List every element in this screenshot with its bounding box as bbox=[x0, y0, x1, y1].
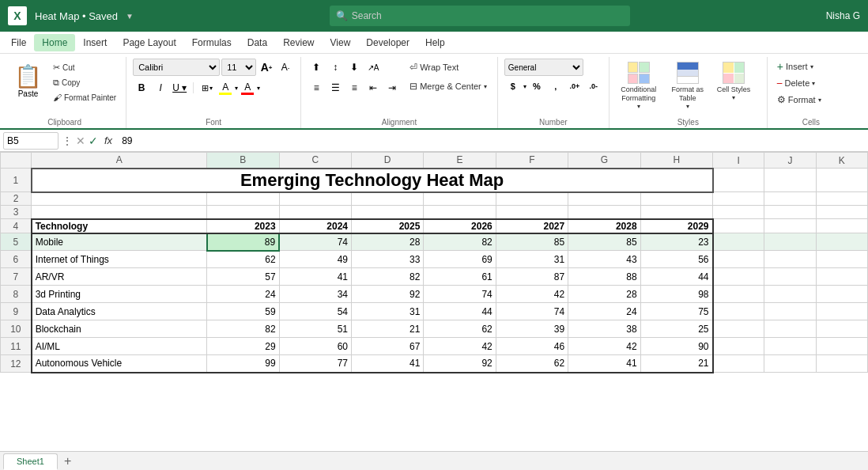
formula-cancel-icon[interactable]: ✕ bbox=[76, 135, 85, 147]
cell-D11[interactable]: 67 bbox=[351, 338, 423, 355]
cell-I8[interactable] bbox=[713, 286, 764, 303]
decrease-font-button[interactable]: A- bbox=[277, 59, 294, 76]
cell-B4[interactable]: 2023 bbox=[207, 219, 279, 233]
copy-button[interactable]: ⧉Copy bbox=[50, 75, 119, 89]
cell-D5[interactable]: 28 bbox=[351, 233, 423, 251]
cell-G9[interactable]: 24 bbox=[568, 303, 640, 320]
conditional-formatting-button[interactable]: Conditional Formatting ▾ bbox=[616, 59, 662, 113]
cell-F2[interactable] bbox=[496, 192, 568, 206]
cell-A2[interactable] bbox=[32, 192, 207, 206]
align-left-button[interactable]: ≡ bbox=[308, 79, 325, 97]
cell-I2[interactable] bbox=[713, 192, 764, 206]
cell-F8[interactable]: 42 bbox=[496, 286, 568, 303]
cell-J11[interactable] bbox=[764, 338, 816, 355]
wrap-text-button[interactable]: ⏎ Wrap Text bbox=[406, 59, 491, 76]
col-header-F[interactable]: F bbox=[496, 153, 568, 169]
font-color-button[interactable]: A bbox=[240, 81, 255, 96]
cell-D7[interactable]: 82 bbox=[351, 268, 423, 286]
cell-J9[interactable] bbox=[764, 303, 816, 320]
cell-G6[interactable]: 43 bbox=[568, 251, 640, 268]
cell-B5[interactable]: 89 bbox=[207, 233, 279, 251]
cell-K12[interactable] bbox=[816, 355, 867, 373]
cell-K4[interactable] bbox=[816, 219, 867, 233]
cell-D9[interactable]: 31 bbox=[351, 303, 423, 320]
cell-E7[interactable]: 61 bbox=[424, 268, 496, 286]
formula-input[interactable] bbox=[119, 135, 865, 146]
cell-F12[interactable]: 62 bbox=[496, 355, 568, 373]
cell-reference-box[interactable]: B5 bbox=[3, 132, 58, 150]
cell-A5[interactable]: Mobile bbox=[32, 233, 207, 251]
number-format-select[interactable]: General bbox=[504, 59, 583, 76]
cell-A4[interactable]: Technology bbox=[32, 219, 207, 233]
cell-E10[interactable]: 62 bbox=[424, 320, 496, 338]
align-right-button[interactable]: ≡ bbox=[345, 79, 363, 97]
cell-H11[interactable]: 90 bbox=[640, 338, 712, 355]
col-header-G[interactable]: G bbox=[568, 153, 640, 169]
cell-K10[interactable] bbox=[816, 320, 867, 338]
decrease-decimal-button[interactable]: .0- bbox=[585, 78, 602, 95]
cell-F11[interactable]: 46 bbox=[496, 338, 568, 355]
cell-J4[interactable] bbox=[764, 219, 816, 233]
cell-D10[interactable]: 21 bbox=[351, 320, 423, 338]
cell-A9[interactable]: Data Analytics bbox=[32, 303, 207, 320]
col-header-K[interactable]: K bbox=[816, 153, 867, 169]
menu-item-view[interactable]: View bbox=[323, 34, 359, 51]
cell-D3[interactable] bbox=[351, 206, 423, 219]
col-header-D[interactable]: D bbox=[351, 153, 423, 169]
cell-G12[interactable]: 41 bbox=[568, 355, 640, 373]
cell-I5[interactable] bbox=[713, 233, 764, 251]
cell-K9[interactable] bbox=[816, 303, 867, 320]
cell-K11[interactable] bbox=[816, 338, 867, 355]
cell-C9[interactable]: 54 bbox=[279, 303, 351, 320]
cell-D2[interactable] bbox=[351, 192, 423, 206]
cell-J6[interactable] bbox=[764, 251, 816, 268]
cell-I9[interactable] bbox=[713, 303, 764, 320]
col-header-H[interactable]: H bbox=[640, 153, 712, 169]
format-button[interactable]: ⚙ Format ▾ bbox=[774, 92, 825, 108]
cell-F3[interactable] bbox=[496, 206, 568, 219]
col-header-A[interactable]: A bbox=[32, 153, 207, 169]
insert-button[interactable]: + Insert ▾ bbox=[774, 59, 817, 74]
cell-E5[interactable]: 82 bbox=[424, 233, 496, 251]
cell-I3[interactable] bbox=[713, 206, 764, 219]
cell-F4[interactable]: 2027 bbox=[496, 219, 568, 233]
cell-E4[interactable]: 2026 bbox=[424, 219, 496, 233]
cell-H12[interactable]: 21 bbox=[640, 355, 712, 373]
sheet-tab-sheet1[interactable]: Sheet1 bbox=[3, 453, 58, 470]
cell-A3[interactable] bbox=[32, 206, 207, 219]
underline-button[interactable]: U ▾ bbox=[171, 79, 188, 97]
cell-I12[interactable] bbox=[713, 355, 764, 373]
delete-button[interactable]: – Delete ▾ bbox=[774, 75, 818, 91]
cell-C2[interactable] bbox=[279, 192, 351, 206]
cell-E6[interactable]: 69 bbox=[424, 251, 496, 268]
cell-C10[interactable]: 51 bbox=[279, 320, 351, 338]
cell-F9[interactable]: 74 bbox=[496, 303, 568, 320]
cell-G4[interactable]: 2028 bbox=[568, 219, 640, 233]
align-middle-button[interactable]: ↕ bbox=[326, 59, 344, 76]
cell-B6[interactable]: 62 bbox=[207, 251, 279, 268]
menu-item-data[interactable]: Data bbox=[240, 34, 275, 51]
percent-button[interactable]: % bbox=[528, 78, 545, 95]
menu-item-developer[interactable]: Developer bbox=[358, 34, 417, 51]
bold-button[interactable]: B bbox=[133, 79, 150, 97]
cell-B9[interactable]: 59 bbox=[207, 303, 279, 320]
cell-D4[interactable]: 2025 bbox=[351, 219, 423, 233]
cell-B2[interactable] bbox=[207, 192, 279, 206]
cell-I7[interactable] bbox=[713, 268, 764, 286]
cell-C11[interactable]: 60 bbox=[279, 338, 351, 355]
cell-E9[interactable]: 44 bbox=[424, 303, 496, 320]
format-painter-button[interactable]: 🖌Format Painter bbox=[50, 90, 119, 104]
cell-G10[interactable]: 38 bbox=[568, 320, 640, 338]
cell-D8[interactable]: 92 bbox=[351, 286, 423, 303]
font-color-dropdown[interactable]: ▾ bbox=[257, 85, 260, 92]
align-center-button[interactable]: ☰ bbox=[326, 79, 344, 97]
cell-B7[interactable]: 57 bbox=[207, 268, 279, 286]
search-input[interactable] bbox=[330, 6, 630, 26]
cell-B10[interactable]: 82 bbox=[207, 320, 279, 338]
cut-button[interactable]: ✂Cut bbox=[50, 60, 119, 74]
cell-A10[interactable]: Blockchain bbox=[32, 320, 207, 338]
menu-item-review[interactable]: Review bbox=[275, 34, 322, 51]
fill-color-dropdown[interactable]: ▾ bbox=[235, 85, 238, 92]
cell-G7[interactable]: 88 bbox=[568, 268, 640, 286]
italic-button[interactable]: I bbox=[152, 79, 169, 97]
